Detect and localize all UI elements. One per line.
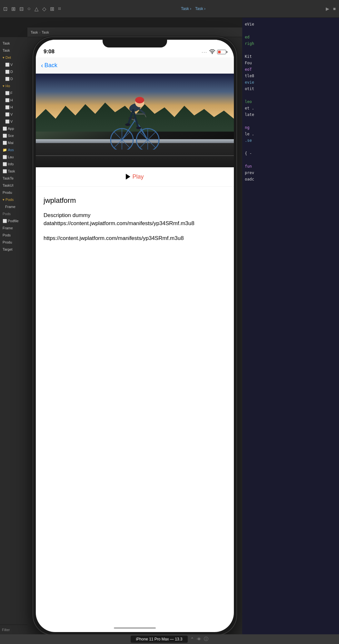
xcode-toolbar: ⊡ ⊞ ⊟ ○ △ ◇ ⊞ ⌗ Task › Task › ▶ ■: [0, 0, 339, 18]
eye-icon[interactable]: 👁: [197, 637, 201, 642]
cyclist-svg: [109, 82, 161, 150]
code-panel: eVie ed righ Kit Fou eoT tle8 evie otit …: [242, 18, 339, 634]
file-item-pods-label: Pods: [1, 210, 26, 217]
filter-label: Filter: [2, 628, 10, 632]
info-icon[interactable]: ⓘ: [204, 636, 208, 642]
filter-bar: Filter: [0, 625, 27, 634]
file-item-info[interactable]: ⬜Info: [1, 161, 26, 168]
road-line: [36, 155, 234, 156]
task-breadcrumb: Task ›: [181, 6, 191, 11]
code-line-21: { -: [245, 150, 336, 157]
file-item-h2[interactable]: ⬜H: [1, 104, 26, 111]
phone-notch: [103, 37, 167, 47]
file-item-app[interactable]: ⬜App: [1, 125, 26, 132]
file-item-det[interactable]: ▾ Det: [1, 54, 26, 61]
file-item-lau[interactable]: ⬜Lau: [1, 153, 26, 161]
svg-line-16: [145, 114, 146, 117]
grid-icon[interactable]: ⊞: [50, 6, 54, 12]
file-item-podfile[interactable]: ⬜Podfile: [1, 217, 26, 224]
device-label: iPhone 11 Pro Max — 13.3: [131, 636, 187, 643]
file-item-ho[interactable]: ▾ Ho: [1, 82, 26, 89]
shapes-icon[interactable]: ◇: [42, 6, 46, 12]
play-area[interactable]: Play: [36, 167, 234, 187]
file-item-ass[interactable]: 📁 Ass: [1, 146, 26, 153]
file-item-task1[interactable]: Task: [1, 40, 26, 47]
file-item-task2[interactable]: Task: [1, 47, 26, 54]
signal-dots: ···: [202, 49, 207, 55]
search-icon[interactable]: ○: [27, 6, 31, 12]
home-indicator: [114, 627, 156, 629]
code-line-9: tle8: [245, 73, 336, 79]
window-icon[interactable]: ⊟: [19, 6, 24, 12]
content-area: jwplatform Description dummy datahttps:/…: [36, 187, 234, 252]
file-item-v2[interactable]: ⬜V: [1, 111, 26, 118]
file-item-pods[interactable]: ▾ Pods: [1, 196, 26, 203]
battery-icon: [217, 50, 226, 54]
breadcrumb-bar: Task › Task: [27, 27, 242, 37]
file-item-frame1[interactable]: Frame: [1, 203, 26, 210]
nav-bar: ‹ Back: [36, 57, 234, 74]
code-line-19: .se: [245, 137, 336, 144]
stop-button[interactable]: ■: [333, 6, 336, 11]
file-item-frame2[interactable]: Frame: [1, 224, 26, 232]
wifi-icon: [209, 49, 215, 55]
back-chevron-icon: ‹: [41, 62, 43, 69]
file-item-v1[interactable]: ⬜V: [1, 61, 26, 68]
code-line-17: ng: [245, 124, 336, 131]
svg-line-23: [128, 110, 133, 124]
file-item-produ1[interactable]: Produ: [1, 189, 26, 196]
breadcrumb-task: Task: [31, 30, 38, 34]
code-line-15: late: [245, 111, 336, 118]
bookmark-icon[interactable]: ⌗: [58, 6, 61, 12]
task-breadcrumb-2: Task ›: [195, 6, 205, 11]
file-item-sce[interactable]: ⬜Sce: [1, 132, 26, 139]
content-description: Description dummy datahttps://content.jw…: [44, 211, 226, 228]
phone-screen: 9:08 ···: [36, 40, 234, 632]
file-item-h1[interactable]: ⬜H: [1, 97, 26, 104]
file-item-f[interactable]: ⬜F: [1, 89, 26, 97]
svg-point-25: [125, 123, 130, 126]
chevron-up-icon[interactable]: ⌃: [190, 637, 194, 642]
file-item-taskTe[interactable]: TaskTe: [1, 175, 26, 182]
play-triangle-icon: [126, 174, 130, 180]
code-line-4: righ: [245, 40, 336, 47]
file-item-v3[interactable]: ⬜V: [1, 118, 26, 125]
phone-frame: 9:08 ···: [33, 37, 236, 635]
file-item-pods2[interactable]: Pods: [1, 232, 26, 239]
back-label: Back: [45, 62, 57, 69]
content-title: jwplatform: [44, 196, 226, 205]
code-line-23: fun: [245, 163, 336, 170]
code-line-24: prev: [245, 170, 336, 176]
code-line-11: otit: [245, 86, 336, 92]
code-line-18: le .: [245, 131, 336, 137]
code-line-7: Fou: [245, 60, 336, 66]
photo-icon[interactable]: ⊞: [11, 6, 15, 12]
code-line-10: evie: [245, 79, 336, 86]
file-item-task3[interactable]: ⬜Task: [1, 168, 26, 175]
phone-container: 9:08 ···: [27, 37, 242, 634]
warning-icon[interactable]: △: [35, 6, 38, 12]
code-line-14: et .: [245, 105, 336, 111]
svg-point-26: [136, 127, 141, 129]
breadcrumb-task-2: Task: [42, 30, 49, 34]
code-line-1: eVie: [245, 21, 336, 27]
back-button[interactable]: ‹ Back: [41, 62, 57, 69]
code-line-25: oadc: [245, 176, 336, 182]
content-url: https://content.jwplatform.com/manifests…: [44, 234, 226, 243]
code-line-8: eoT: [245, 66, 336, 73]
file-item-d1[interactable]: ⬜D: [1, 68, 26, 75]
video-thumbnail: [36, 74, 234, 167]
file-item-target[interactable]: Target: [1, 246, 26, 253]
play-button[interactable]: ▶: [326, 6, 329, 11]
status-icons: ···: [202, 49, 226, 55]
file-item-produ2[interactable]: Produ: [1, 239, 26, 246]
video-bg: [36, 74, 234, 167]
phone-scroll[interactable]: Play jwplatform Description dummy dataht…: [36, 74, 234, 632]
play-label: Play: [132, 173, 144, 180]
file-item-taskUI[interactable]: TaskUI: [1, 182, 26, 189]
folder-icon[interactable]: ⊡: [3, 6, 7, 12]
code-line-13: leo: [245, 99, 336, 105]
code-line-6: Kit: [245, 53, 336, 60]
file-item-d2[interactable]: ⬜D: [1, 75, 26, 82]
file-item-mai[interactable]: ⬜Mai: [1, 139, 26, 146]
